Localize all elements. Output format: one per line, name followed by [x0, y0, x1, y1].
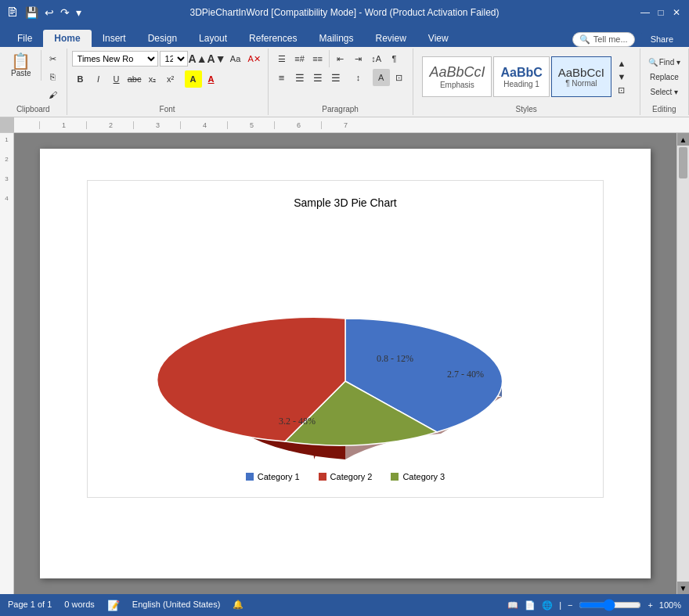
- track-changes-icon: 📝: [107, 600, 120, 611]
- sep1: [329, 50, 330, 67]
- tab-view[interactable]: View: [417, 30, 460, 47]
- v-mark-2: 2: [5, 156, 8, 163]
- zoom-level: 100%: [659, 600, 681, 610]
- font-size-selector[interactable]: 12: [160, 51, 188, 67]
- legend-label-cat2: Category 2: [330, 472, 373, 481]
- increase-indent-button[interactable]: ⇥: [350, 50, 367, 67]
- font-face-selector[interactable]: Times New Ro: [72, 51, 158, 67]
- decrease-font-button[interactable]: A▼: [208, 50, 225, 67]
- tab-design[interactable]: Design: [137, 30, 188, 47]
- superscript-button[interactable]: x²: [162, 70, 179, 88]
- style-heading1[interactable]: AaBbC Heading 1: [493, 56, 549, 97]
- replace-button[interactable]: Replace: [647, 71, 682, 83]
- vertical-scrollbar[interactable]: ▲ ▼: [676, 133, 689, 594]
- ruler: 1 2 3 4 5 6 7: [0, 117, 689, 133]
- styles-expand[interactable]: ⊡: [613, 84, 630, 97]
- strikethrough-button[interactable]: abc: [126, 70, 143, 88]
- title-bar: 🖹 💾 ↩ ↷ ▾ 3DPieChartInWord [Compatibilit…: [0, 0, 689, 25]
- find-button[interactable]: 🔍 Find ▾: [645, 56, 684, 68]
- replace-label: Replace: [650, 73, 679, 81]
- view-print-button[interactable]: 📄: [525, 600, 536, 611]
- quick-save-button[interactable]: 💾: [23, 5, 40, 20]
- scroll-up-button[interactable]: ▲: [677, 133, 689, 146]
- format-painter-button[interactable]: 🖌: [45, 86, 62, 103]
- select-button[interactable]: Select ▾: [648, 86, 682, 98]
- scroll-thumb[interactable]: [679, 147, 687, 178]
- quick-redo-button[interactable]: ↷: [59, 5, 71, 20]
- font-group: Times New Ro 12 A▲ A▼ Aa A✕ B I U abc x₂…: [67, 49, 269, 115]
- clear-format-button[interactable]: A✕: [246, 50, 263, 67]
- cut-button[interactable]: ✂: [45, 50, 62, 67]
- line-spacing-button[interactable]: ↕: [350, 69, 367, 86]
- pie-chart-svg[interactable]: 2.7 - 40% 3.2 - 48% 0.8 - 12%: [157, 225, 533, 459]
- sort-button[interactable]: ↕A: [368, 50, 385, 67]
- style-normal[interactable]: AaBbCcI ¶ Normal: [551, 56, 611, 97]
- zoom-slider[interactable]: [579, 599, 641, 611]
- tab-mailings[interactable]: Mailings: [308, 30, 364, 47]
- styles-scroll-down[interactable]: ▼: [613, 70, 630, 83]
- tab-home[interactable]: Home: [43, 30, 91, 47]
- v-mark-4: 4: [5, 195, 8, 202]
- quick-customize-button[interactable]: ▾: [74, 5, 83, 20]
- styles-scroll-up[interactable]: ▲: [613, 56, 630, 70]
- show-marks-button[interactable]: ¶: [386, 50, 403, 67]
- paragraph-label: Paragraph: [322, 105, 359, 113]
- chart-container[interactable]: Sample 3D Pie Chart: [87, 180, 604, 498]
- styles-gallery: AaBbCcI Emphasis AaBbC Heading 1 AaBbCcI…: [422, 50, 630, 103]
- zoom-in-button[interactable]: +: [648, 600, 652, 610]
- increase-font-button[interactable]: A▲: [189, 50, 207, 67]
- align-left-button[interactable]: ≡: [273, 69, 290, 86]
- borders-button[interactable]: ⊡: [391, 69, 408, 86]
- align-center-button[interactable]: ☰: [291, 69, 308, 86]
- tab-references[interactable]: References: [238, 30, 308, 47]
- document-scroll-area[interactable]: Sample 3D Pie Chart: [14, 133, 676, 594]
- minimize-button[interactable]: —: [639, 6, 651, 19]
- separator: |: [559, 600, 561, 610]
- window-title: 3DPieChartInWord [Compatibility Mode] - …: [189, 7, 499, 18]
- search-icon: 🔍: [579, 34, 590, 45]
- tab-file[interactable]: File: [6, 30, 43, 47]
- view-read-button[interactable]: 📖: [507, 600, 518, 611]
- tab-layout[interactable]: Layout: [188, 30, 238, 47]
- bold-button[interactable]: B: [72, 70, 89, 88]
- style-emphasis-preview: AaBbCcI: [429, 64, 485, 81]
- quick-undo-button[interactable]: ↩: [43, 5, 56, 20]
- tell-me-input[interactable]: 🔍 Tell me...: [572, 32, 635, 47]
- close-button[interactable]: ✕: [670, 6, 683, 19]
- italic-button[interactable]: I: [90, 70, 107, 88]
- align-right-button[interactable]: ☰: [309, 69, 326, 86]
- zoom-out-button[interactable]: −: [568, 600, 572, 610]
- font-color-button[interactable]: A: [203, 70, 220, 88]
- style-heading1-preview: AaBbC: [500, 66, 542, 80]
- label-cat1: 2.7 - 40%: [447, 369, 484, 380]
- v-mark-1: 1: [5, 136, 8, 143]
- notifications-icon: 🔔: [233, 600, 243, 611]
- scroll-down-button[interactable]: ▼: [677, 582, 689, 594]
- underline-button[interactable]: U: [108, 70, 125, 88]
- tab-insert[interactable]: Insert: [92, 30, 137, 47]
- window-controls[interactable]: — □ ✕: [639, 6, 683, 19]
- status-bar: Page 1 of 1 0 words 📝 English (United St…: [0, 594, 689, 616]
- ruler-mark-4: 4: [180, 121, 227, 129]
- decrease-indent-button[interactable]: ⇤: [332, 50, 349, 67]
- change-case-button[interactable]: Aa: [227, 50, 244, 67]
- scroll-track[interactable]: [677, 146, 689, 582]
- numbering-button[interactable]: ≡#: [291, 50, 308, 67]
- tab-review[interactable]: Review: [364, 30, 417, 47]
- bullets-button[interactable]: ☰: [273, 50, 290, 67]
- justify-button[interactable]: ☰: [327, 69, 344, 86]
- ribbon-tabs: File Home Insert Design Layout Reference…: [0, 25, 689, 47]
- copy-button[interactable]: ⎘: [45, 68, 62, 85]
- text-highlight-button[interactable]: A: [185, 70, 202, 88]
- view-web-button[interactable]: 🌐: [542, 600, 553, 611]
- subscript-button[interactable]: x₂: [144, 70, 161, 88]
- style-emphasis[interactable]: AaBbCcI Emphasis: [422, 56, 492, 97]
- status-left: Page 1 of 1 0 words 📝 English (United St…: [8, 600, 243, 611]
- share-button[interactable]: Share: [641, 31, 683, 47]
- maximize-button[interactable]: □: [655, 6, 667, 19]
- multilevel-button[interactable]: ≡≡: [309, 50, 326, 67]
- chart-svg-area: 2.7 - 40% 3.2 - 48% 0.8 - 12%: [103, 225, 587, 459]
- styles-group: AaBbCcI Emphasis AaBbC Heading 1 AaBbCcI…: [413, 49, 640, 115]
- paste-button[interactable]: 📋 Paste: [5, 50, 38, 81]
- shading-button[interactable]: A: [373, 69, 390, 86]
